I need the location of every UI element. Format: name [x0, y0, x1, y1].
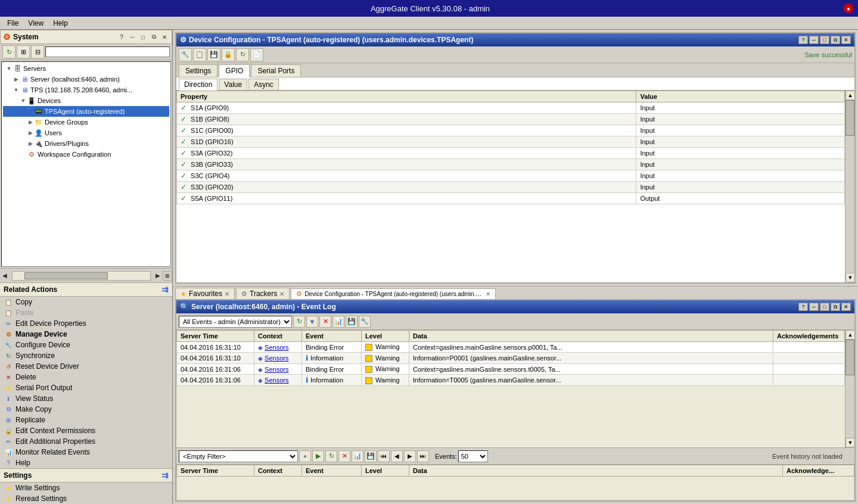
action-paste[interactable]: 📋 Paste [0, 307, 172, 318]
event-restore-button[interactable]: □ [820, 303, 829, 311]
tab-serial-ports[interactable]: Serial Ports [251, 64, 301, 77]
context-link[interactable]: Sensors [265, 344, 288, 351]
event-scroll-down[interactable]: ▼ [845, 438, 854, 447]
hscrollbar-track[interactable] [12, 271, 151, 281]
action-help[interactable]: ? Help [0, 458, 172, 468]
menu-help[interactable]: Help [48, 18, 73, 29]
tree-item-servers[interactable]: ▼ 🗄 Servers [3, 63, 169, 74]
scroll-down-button[interactable]: ▼ [845, 273, 854, 282]
gpio-row[interactable]: ✓ S1A (GPIO9) Input [177, 102, 845, 114]
scroll-right-button[interactable]: ▶ [153, 271, 163, 281]
trackers-close-button[interactable]: ✕ [279, 291, 284, 297]
event-close-button[interactable]: ✕ [841, 303, 851, 311]
device-close-button[interactable]: ✕ [841, 36, 851, 44]
panel-min-button[interactable]: ─ [128, 32, 137, 42]
bottom-filter-refresh-button[interactable]: ↻ [325, 450, 337, 462]
toolbar-btn-4[interactable]: 🔒 [222, 48, 235, 61]
device-restore-button[interactable]: □ [820, 36, 829, 44]
tree-item-tpsagent[interactable]: 📟 TPSAgent (auto-registered) [3, 106, 169, 117]
event-filter-dropdown[interactable]: All Events - admin (Administrator) [179, 316, 292, 328]
action-edit-context-perms[interactable]: 🔒 Edit Context Permissions [0, 425, 172, 436]
tab-gpio[interactable]: GPIO [219, 64, 250, 77]
toolbar-btn-2[interactable]: 📋 [193, 48, 206, 61]
bottom-nav-first-button[interactable]: ⏮ [378, 450, 390, 462]
sub-tab-direction[interactable]: Direction [179, 79, 217, 91]
action-edit-additional-props[interactable]: ✏ Edit Additional Properties [0, 436, 172, 447]
scroll-left-button[interactable]: ◀ [0, 271, 10, 281]
event-scroll-up[interactable]: ▲ [845, 330, 854, 340]
action-synchronize[interactable]: ↻ Synchronize [0, 350, 172, 361]
toolbar-btn-3[interactable]: 💾 [207, 48, 220, 61]
scroll-up-button[interactable]: ▲ [845, 91, 854, 100]
action-reset-driver[interactable]: ↺ Reset Device Driver [0, 361, 172, 372]
related-actions-collapse[interactable]: ⇉ [161, 285, 169, 294]
device-help-button[interactable]: ? [798, 36, 808, 44]
event-help-button[interactable]: ? [798, 303, 808, 311]
app-close-button[interactable]: ● [844, 4, 853, 13]
tree-item-drivers[interactable]: ▶ 🔌 Drivers/Plugins [3, 138, 169, 149]
events-count-select[interactable]: 50 [458, 450, 488, 462]
gpio-vscrollbar[interactable]: ▲ ▼ [845, 91, 854, 282]
tree-item-server-tps[interactable]: ▼ 🖥 TPS (192.168.75.208:6460, admi... [3, 85, 169, 95]
bottom-filter-start-button[interactable]: ● [299, 450, 311, 462]
gpio-row[interactable]: ✓ S3C (GPIO4) Input [177, 170, 845, 182]
sub-tab-async[interactable]: Async [248, 79, 279, 90]
event-scroll-thumb[interactable] [845, 340, 854, 375]
event-row[interactable]: 04.04.2016 16:31:10 ◆ Sensors ℹ Informat… [177, 353, 845, 364]
tree-item-device-groups[interactable]: ▶ 📁 Device Groups [3, 117, 169, 127]
gpio-row[interactable]: ✓ S5A (GPIO11) Output [177, 193, 845, 204]
scroll-thumb[interactable] [845, 100, 854, 136]
event-refresh-button[interactable]: ↻ [293, 316, 305, 328]
context-link[interactable]: Sensors [265, 354, 288, 362]
event-settings-button[interactable]: 🔧 [359, 316, 371, 328]
toolbar-btn-1[interactable]: 🔧 [179, 48, 192, 61]
menu-view[interactable]: View [23, 18, 48, 29]
bottom-tab-favourites[interactable]: ★ Favourites ✕ [175, 288, 235, 299]
gpio-row[interactable]: ✓ S1B (GPIO8) Input [177, 114, 845, 125]
action-reread-settings[interactable]: ⚡ Reread Settings [0, 493, 172, 504]
tree-item-server-local[interactable]: ▶ 🖥 Server (localhost:6460, admin) [3, 74, 169, 85]
gpio-row[interactable]: ✓ S1C (GPIO00) Input [177, 125, 845, 136]
action-configure-device[interactable]: 🔧 Configure Device [0, 340, 172, 350]
event-filter-button[interactable]: ▼ [306, 316, 318, 328]
action-manage-device[interactable]: ⚙ Manage Device [0, 329, 172, 340]
action-replicate[interactable]: ⊞ Replicate [0, 415, 172, 425]
tree-search-input[interactable] [45, 46, 170, 57]
tab-settings[interactable]: Settings [179, 64, 217, 77]
action-copy[interactable]: 📋 Copy [0, 297, 172, 307]
action-serial-port[interactable]: ⚡ Serial Port Output [0, 382, 172, 393]
context-link[interactable]: Sensors [265, 377, 288, 384]
event-row[interactable]: 04.04.2016 16:31:10 ◆ Sensors Binding Er… [177, 342, 845, 353]
bottom-tab-trackers[interactable]: ⚙ Trackers ✕ [236, 288, 290, 299]
menu-file[interactable]: File [2, 18, 23, 29]
gpio-row[interactable]: ✓ S3A (GPIO32) Input [177, 148, 845, 159]
event-min-button[interactable]: ─ [809, 303, 819, 311]
refresh-button[interactable]: ↻ [2, 45, 15, 58]
panel-help-button[interactable]: ? [117, 32, 126, 42]
action-monitor-events[interactable]: 📊 Monitor Related Events [0, 447, 172, 458]
device-min-button[interactable]: ─ [809, 36, 819, 44]
event-vscrollbar[interactable]: ▲ ▼ [845, 330, 854, 447]
tree-item-devices[interactable]: ▼ 📱 Devices [3, 95, 169, 106]
event-next-button[interactable]: ⧉ [831, 303, 840, 311]
toolbar-btn-5[interactable]: ↻ [236, 48, 249, 61]
device-next-button[interactable]: ⧉ [831, 36, 840, 44]
action-edit-device-props[interactable]: ✏ Edit Device Properties [0, 318, 172, 329]
gpio-row[interactable]: ✓ S1D (GPIO16) Input [177, 136, 845, 148]
bottom-filter-clear-button[interactable]: ✕ [338, 450, 350, 462]
tree-item-users[interactable]: ▶ 👤 Users [3, 127, 169, 138]
event-row[interactable]: 04.04.2016 16:31:06 ◆ Sensors Binding Er… [177, 364, 845, 375]
action-write-settings[interactable]: ⚡ Write Settings [0, 483, 172, 493]
event-row[interactable]: 04.04.2016 16:31:06 ◆ Sensors ℹ Informat… [177, 375, 845, 386]
bottom-nav-next-button[interactable]: ▶ [404, 450, 416, 462]
bottom-tab-device-config[interactable]: ⚙ Device Configuration - TPSAgent (auto-… [291, 288, 496, 299]
action-make-copy[interactable]: ⧉ Make Copy [0, 404, 172, 415]
panel-restore-button[interactable]: ⧉ [149, 32, 158, 42]
favourites-close-button[interactable]: ✕ [225, 291, 229, 297]
settings-collapse[interactable]: ⇉ [161, 471, 169, 480]
action-view-status[interactable]: ℹ View Status [0, 393, 172, 404]
bottom-filter-export-button[interactable]: 📊 [352, 450, 363, 462]
sub-tab-value[interactable]: Value [219, 79, 247, 90]
context-link[interactable]: Sensors [265, 366, 288, 373]
toolbar-btn-6[interactable]: 📄 [250, 48, 263, 61]
